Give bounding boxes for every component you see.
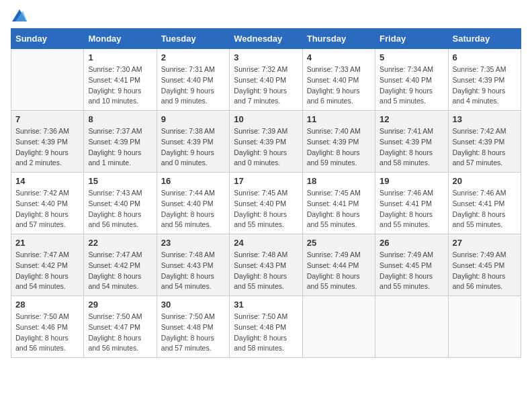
day-detail: Sunrise: 7:31 AMSunset: 4:40 PMDaylight:…: [161, 64, 225, 107]
day-detail: Sunrise: 7:50 AMSunset: 4:47 PMDaylight:…: [88, 312, 152, 354]
calendar-week-row: 14Sunrise: 7:42 AMSunset: 4:40 PMDayligh…: [11, 173, 521, 234]
day-number: 6: [453, 52, 517, 62]
day-number: 1: [88, 52, 152, 62]
calendar-table: SundayMondayTuesdayWednesdayThursdayFrid…: [11, 28, 521, 358]
day-number: 8: [88, 114, 152, 124]
day-detail: Sunrise: 7:49 AMSunset: 4:45 PMDaylight:…: [453, 250, 517, 292]
day-detail: Sunrise: 7:34 AMSunset: 4:40 PMDaylight:…: [380, 64, 443, 107]
day-number: 27: [453, 238, 517, 248]
day-number: 4: [307, 52, 371, 62]
day-detail: Sunrise: 7:46 AMSunset: 4:41 PMDaylight:…: [380, 188, 443, 230]
day-detail: Sunrise: 7:44 AMSunset: 4:40 PMDaylight:…: [161, 188, 225, 230]
day-detail: Sunrise: 7:38 AMSunset: 4:39 PMDaylight:…: [161, 126, 225, 169]
calendar-cell: 11Sunrise: 7:40 AMSunset: 4:39 PMDayligh…: [302, 111, 375, 173]
day-number: 16: [161, 176, 225, 186]
day-number: 20: [453, 176, 517, 186]
day-number: 18: [307, 176, 371, 186]
day-detail: Sunrise: 7:47 AMSunset: 4:42 PMDaylight:…: [88, 250, 152, 292]
calendar-cell: 18Sunrise: 7:45 AMSunset: 4:41 PMDayligh…: [302, 173, 375, 234]
day-detail: Sunrise: 7:39 AMSunset: 4:39 PMDaylight:…: [234, 126, 298, 169]
calendar-cell: 14Sunrise: 7:42 AMSunset: 4:40 PMDayligh…: [11, 173, 84, 234]
calendar-cell: 23Sunrise: 7:48 AMSunset: 4:43 PMDayligh…: [157, 234, 229, 296]
calendar-cell: 2Sunrise: 7:31 AMSunset: 4:40 PMDaylight…: [157, 49, 229, 111]
calendar-week-row: 1Sunrise: 7:30 AMSunset: 4:41 PMDaylight…: [11, 49, 521, 111]
day-detail: Sunrise: 7:45 AMSunset: 4:41 PMDaylight:…: [307, 188, 371, 230]
calendar-cell: 28Sunrise: 7:50 AMSunset: 4:46 PMDayligh…: [11, 296, 84, 358]
day-number: 12: [380, 114, 443, 124]
day-detail: Sunrise: 7:41 AMSunset: 4:39 PMDaylight:…: [380, 126, 443, 169]
calendar-cell: 19Sunrise: 7:46 AMSunset: 4:41 PMDayligh…: [375, 173, 448, 234]
calendar-cell: 31Sunrise: 7:50 AMSunset: 4:48 PMDayligh…: [230, 296, 302, 358]
calendar-cell: 10Sunrise: 7:39 AMSunset: 4:39 PMDayligh…: [230, 111, 302, 173]
day-detail: Sunrise: 7:48 AMSunset: 4:43 PMDaylight:…: [234, 250, 298, 292]
day-number: 10: [234, 114, 298, 124]
calendar-week-row: 28Sunrise: 7:50 AMSunset: 4:46 PMDayligh…: [11, 296, 521, 358]
day-header-tuesday: Tuesday: [157, 29, 229, 49]
day-detail: Sunrise: 7:33 AMSunset: 4:40 PMDaylight:…: [307, 64, 371, 107]
calendar-cell: 1Sunrise: 7:30 AMSunset: 4:41 PMDaylight…: [84, 49, 157, 111]
calendar-cell: 25Sunrise: 7:49 AMSunset: 4:44 PMDayligh…: [302, 234, 375, 296]
calendar-cell: 16Sunrise: 7:44 AMSunset: 4:40 PMDayligh…: [157, 173, 229, 234]
logo-icon: [12, 9, 27, 21]
day-detail: Sunrise: 7:35 AMSunset: 4:39 PMDaylight:…: [453, 64, 517, 107]
day-header-thursday: Thursday: [302, 29, 375, 49]
day-number: 29: [88, 300, 152, 310]
day-detail: Sunrise: 7:48 AMSunset: 4:43 PMDaylight:…: [161, 250, 225, 292]
calendar-cell: 24Sunrise: 7:48 AMSunset: 4:43 PMDayligh…: [230, 234, 302, 296]
day-detail: Sunrise: 7:50 AMSunset: 4:48 PMDaylight:…: [234, 312, 298, 354]
calendar-cell: 7Sunrise: 7:36 AMSunset: 4:39 PMDaylight…: [11, 111, 84, 173]
day-detail: Sunrise: 7:49 AMSunset: 4:45 PMDaylight:…: [380, 250, 443, 292]
day-header-monday: Monday: [84, 29, 157, 49]
day-number: 31: [234, 300, 298, 310]
calendar-header-row: SundayMondayTuesdayWednesdayThursdayFrid…: [11, 29, 521, 49]
day-number: 21: [15, 238, 79, 248]
header: [11, 11, 521, 21]
day-header-wednesday: Wednesday: [230, 29, 302, 49]
calendar-cell: 13Sunrise: 7:42 AMSunset: 4:39 PMDayligh…: [448, 111, 521, 173]
day-number: 5: [380, 52, 443, 62]
day-detail: Sunrise: 7:37 AMSunset: 4:39 PMDaylight:…: [88, 126, 152, 169]
calendar-week-row: 21Sunrise: 7:47 AMSunset: 4:42 PMDayligh…: [11, 234, 521, 296]
calendar-cell: [375, 296, 448, 358]
day-detail: Sunrise: 7:46 AMSunset: 4:41 PMDaylight:…: [453, 188, 517, 230]
day-number: 15: [88, 176, 152, 186]
calendar-cell: 12Sunrise: 7:41 AMSunset: 4:39 PMDayligh…: [375, 111, 448, 173]
calendar-cell: 27Sunrise: 7:49 AMSunset: 4:45 PMDayligh…: [448, 234, 521, 296]
day-number: 19: [380, 176, 443, 186]
logo: [11, 11, 27, 21]
calendar-cell: 26Sunrise: 7:49 AMSunset: 4:45 PMDayligh…: [375, 234, 448, 296]
calendar-cell: 5Sunrise: 7:34 AMSunset: 4:40 PMDaylight…: [375, 49, 448, 111]
day-detail: Sunrise: 7:50 AMSunset: 4:48 PMDaylight:…: [161, 312, 225, 354]
day-number: 25: [307, 238, 371, 248]
calendar-cell: 30Sunrise: 7:50 AMSunset: 4:48 PMDayligh…: [157, 296, 229, 358]
calendar-cell: 6Sunrise: 7:35 AMSunset: 4:39 PMDaylight…: [448, 49, 521, 111]
calendar-cell: 21Sunrise: 7:47 AMSunset: 4:42 PMDayligh…: [11, 234, 84, 296]
day-detail: Sunrise: 7:30 AMSunset: 4:41 PMDaylight:…: [88, 64, 152, 107]
day-number: 11: [307, 114, 371, 124]
day-number: 2: [161, 52, 225, 62]
day-number: 17: [234, 176, 298, 186]
day-detail: Sunrise: 7:43 AMSunset: 4:40 PMDaylight:…: [88, 188, 152, 230]
calendar-cell: 15Sunrise: 7:43 AMSunset: 4:40 PMDayligh…: [84, 173, 157, 234]
calendar-cell: 8Sunrise: 7:37 AMSunset: 4:39 PMDaylight…: [84, 111, 157, 173]
calendar-cell: [302, 296, 375, 358]
day-number: 14: [15, 176, 79, 186]
calendar-cell: 22Sunrise: 7:47 AMSunset: 4:42 PMDayligh…: [84, 234, 157, 296]
calendar-cell: 20Sunrise: 7:46 AMSunset: 4:41 PMDayligh…: [448, 173, 521, 234]
day-detail: Sunrise: 7:45 AMSunset: 4:40 PMDaylight:…: [234, 188, 298, 230]
day-number: 22: [88, 238, 152, 248]
day-number: 7: [15, 114, 79, 124]
day-number: 26: [380, 238, 443, 248]
calendar-cell: 9Sunrise: 7:38 AMSunset: 4:39 PMDaylight…: [157, 111, 229, 173]
day-detail: Sunrise: 7:42 AMSunset: 4:40 PMDaylight:…: [15, 188, 79, 230]
calendar-week-row: 7Sunrise: 7:36 AMSunset: 4:39 PMDaylight…: [11, 111, 521, 173]
day-detail: Sunrise: 7:42 AMSunset: 4:39 PMDaylight:…: [453, 126, 517, 169]
calendar-cell: 17Sunrise: 7:45 AMSunset: 4:40 PMDayligh…: [230, 173, 302, 234]
day-detail: Sunrise: 7:40 AMSunset: 4:39 PMDaylight:…: [307, 126, 371, 169]
day-number: 30: [161, 300, 225, 310]
day-detail: Sunrise: 7:50 AMSunset: 4:46 PMDaylight:…: [15, 312, 79, 354]
day-detail: Sunrise: 7:47 AMSunset: 4:42 PMDaylight:…: [15, 250, 79, 292]
day-number: 24: [234, 238, 298, 248]
day-detail: Sunrise: 7:49 AMSunset: 4:44 PMDaylight:…: [307, 250, 371, 292]
day-detail: Sunrise: 7:32 AMSunset: 4:40 PMDaylight:…: [234, 64, 298, 107]
